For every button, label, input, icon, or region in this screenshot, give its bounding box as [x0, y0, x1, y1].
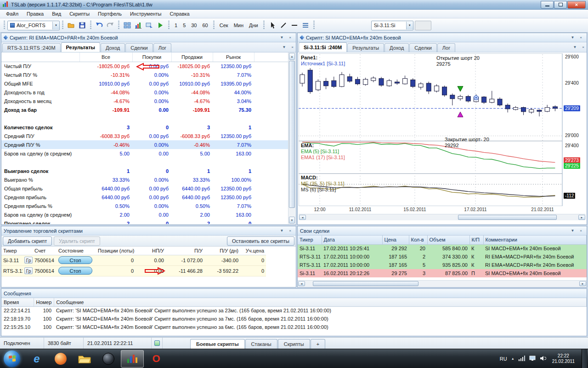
- taskbar-opera-icon[interactable]: O: [145, 350, 168, 368]
- toolbar-grip[interactable]: [313, 21, 315, 30]
- menu-item[interactable]: Инструменты: [126, 10, 166, 17]
- column-header[interactable]: Номер: [34, 298, 54, 306]
- send-to-screen-button[interactable]: [144, 20, 155, 31]
- workspace-tab[interactable]: Скрипты: [278, 339, 310, 349]
- results-row[interactable]: Доход за бар-109.910.00-109.9175.30: [1, 105, 288, 114]
- menu-item[interactable]: Справка: [166, 10, 194, 17]
- timeframe-button[interactable]: 60: [200, 21, 211, 29]
- column-header[interactable]: Комментарии: [483, 236, 587, 244]
- titlebar[interactable]: TSLab (версия 1.1.17.42:32bit) - C:\Prog…: [0, 0, 588, 10]
- column-header[interactable]: Дата: [322, 236, 382, 244]
- results-row[interactable]: Баров на сделку (в среднем)5.000.005.001…: [1, 149, 288, 158]
- chart-area[interactable]: 29'60029'40029'20929'00029'40029'27329'2…: [299, 53, 586, 224]
- panel-close-icon[interactable]: ×: [577, 34, 584, 41]
- panel-close-icon[interactable]: ×: [287, 34, 294, 41]
- account-combo[interactable]: Alor_FORTS ▼: [7, 21, 60, 30]
- toolbar-grip[interactable]: [213, 21, 215, 30]
- column-header[interactable]: Тикер: [1, 247, 33, 255]
- maximize-button[interactable]: [554, 1, 567, 9]
- group-badge[interactable]: Гр: [24, 267, 33, 274]
- column-header[interactable]: К/П: [469, 236, 483, 244]
- panel-menu-icon[interactable]: ▼: [278, 34, 285, 41]
- results-row[interactable]: Чистый П/У %-10.31%0.00%-10.31%7.07%: [1, 70, 288, 79]
- results-row[interactable]: Чистый П/У-18025.00 руб0.00 руб-18025.00…: [1, 62, 288, 70]
- toolbar-grip[interactable]: [62, 21, 63, 30]
- minimize-button[interactable]: [541, 1, 554, 9]
- levels-tool[interactable]: [300, 20, 311, 31]
- column-header[interactable]: П/У (дн): [204, 247, 240, 255]
- tab[interactable]: Si-3.11:Si :240M: [299, 42, 347, 52]
- menu-item[interactable]: Портфель: [94, 10, 126, 17]
- display-icon[interactable]: [529, 356, 536, 362]
- taskbar-app-icon[interactable]: [49, 350, 72, 368]
- unit-button[interactable]: Мин: [231, 21, 246, 29]
- column-header[interactable]: Продажи: [171, 52, 213, 62]
- group-badge[interactable]: Гр: [24, 257, 33, 264]
- scrollbar-thumb[interactable]: [458, 215, 557, 220]
- panel-menu-icon[interactable]: ▼: [569, 34, 576, 41]
- column-header[interactable]: Уч.цена: [240, 247, 266, 255]
- panel-menu-icon[interactable]: ▼: [569, 228, 576, 234]
- taskbar-qip-icon[interactable]: [97, 350, 120, 368]
- column-header[interactable]: Состояние: [57, 247, 96, 255]
- trades-panel-header[interactable]: Свои сделки ▼ ×: [298, 226, 587, 236]
- cursor-tool[interactable]: [267, 20, 278, 31]
- panel-menu-icon[interactable]: ▼: [571, 44, 578, 51]
- column-header[interactable]: НП/У: [136, 247, 166, 255]
- stop-all-scripts-button[interactable]: Остановить все скрипты: [227, 236, 294, 246]
- results-row[interactable]: Средняя прибыль6440.00 руб0.00 руб6440.0…: [1, 193, 288, 201]
- undo-button[interactable]: [94, 20, 105, 31]
- results-row[interactable]: [1, 114, 288, 123]
- workspace-tab[interactable]: Стаканы: [245, 339, 277, 349]
- toolbar-grip[interactable]: [168, 21, 170, 30]
- column-header[interactable]: П/У: [166, 247, 204, 255]
- results-row[interactable]: Доходность в месяц-4.67%0.00%-4.67%3.04%: [1, 97, 288, 105]
- toolbar-grip[interactable]: [90, 21, 91, 30]
- taskbar-clock[interactable]: 22:22 21.02.2011: [552, 353, 575, 364]
- results-row[interactable]: Выиграно сделок1011: [1, 167, 288, 175]
- scripts-panel-header[interactable]: Управление торговлей скриптами ▼ ×: [1, 226, 296, 236]
- timeframe-button[interactable]: 30: [188, 21, 199, 29]
- network-icon[interactable]: [519, 356, 525, 362]
- toolbar-grip[interactable]: [263, 21, 265, 30]
- column-header[interactable]: Все: [79, 52, 132, 62]
- timeframe-button[interactable]: 5: [180, 21, 188, 29]
- language-indicator[interactable]: RU: [500, 356, 507, 362]
- column-header[interactable]: Позиции (лоты): [96, 247, 136, 255]
- tab[interactable]: Результаты: [61, 42, 100, 52]
- panel-close-icon[interactable]: ×: [580, 44, 587, 51]
- column-header[interactable]: Сообщение: [54, 298, 587, 306]
- workspace-tab[interactable]: Боевые скрипты: [190, 339, 245, 349]
- results-row[interactable]: Общий MFE10910.00 руб0.00 руб10910.00 ру…: [1, 79, 288, 88]
- scrollbar-thumb[interactable]: [313, 281, 418, 286]
- column-header[interactable]: Время: [1, 298, 34, 306]
- column-header[interactable]: Цена: [382, 236, 409, 244]
- stop-button[interactable]: Стоп: [58, 256, 92, 264]
- results-row[interactable]: Средний П/У %-0.46%0.00%-0.46%7.07%: [1, 140, 288, 149]
- chart-horizontal-scrollbar[interactable]: ◄ ►: [299, 214, 586, 220]
- workspace-tab[interactable]: +: [311, 339, 325, 349]
- tab[interactable]: Сделки: [409, 43, 437, 52]
- results-row[interactable]: Средняя прибыль %0.50%0.00%0.50%7.07%: [1, 201, 288, 210]
- scroll-down-icon[interactable]: ▼: [289, 217, 295, 224]
- tab[interactable]: Лог: [153, 43, 171, 52]
- message-row[interactable]: 22:22:14.21100Скрипт: 'SI MACD+EMA+fix 2…: [1, 306, 587, 315]
- column-header[interactable]: Счет: [33, 247, 57, 255]
- taskbar-tslab-icon[interactable]: [121, 350, 144, 368]
- hidden-icons-icon[interactable]: ▲: [511, 357, 514, 360]
- panel-menu-icon[interactable]: ▼: [278, 228, 285, 234]
- results-row[interactable]: Выиграно %33.33%0.00%33.33%100.00%: [1, 175, 288, 184]
- results-row[interactable]: Проиграно сделок2020: [1, 219, 288, 224]
- trade-row[interactable]: RTS-3.1117.02.2011 10:00:00187 1652374 3…: [298, 253, 587, 261]
- chart-button[interactable]: [133, 20, 144, 31]
- remove-script-button[interactable]: Удалить скрипт: [54, 236, 100, 246]
- message-row[interactable]: 22:15:25.10100Скрипт: 'SI MACD+EMA+fix 2…: [1, 323, 587, 331]
- menu-item[interactable]: Файл: [2, 10, 23, 17]
- unit-button[interactable]: Дни: [246, 21, 261, 29]
- trades-horizontal-scrollbar[interactable]: ◄ ►: [298, 280, 587, 287]
- column-header[interactable]: Объем: [427, 236, 469, 244]
- menu-item[interactable]: Правка: [23, 10, 48, 17]
- script-row[interactable]: RTS-3.11Гр7500614Стоп00.00-11 466.28-3 5…: [1, 265, 266, 276]
- column-header[interactable]: Рынок: [213, 52, 254, 62]
- message-row[interactable]: 22:18:19.70100Скрипт: 'SI MACD+EMA+fix 2…: [1, 315, 587, 323]
